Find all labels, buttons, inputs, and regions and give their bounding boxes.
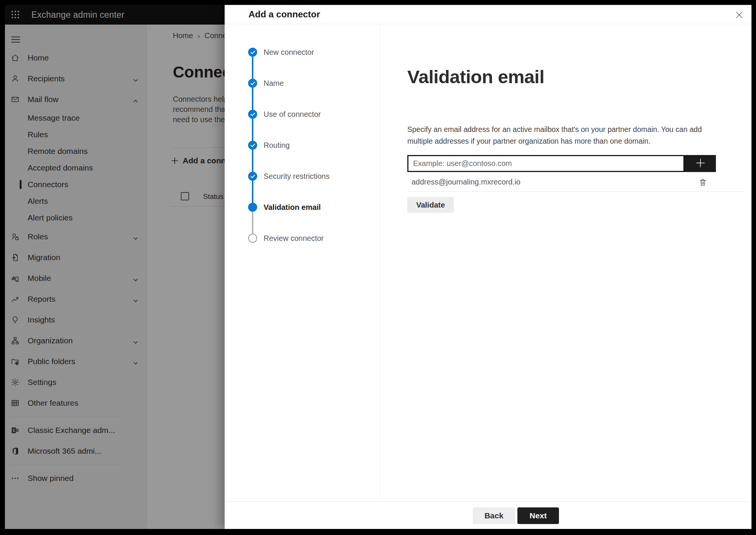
wizard-step-new-connector: New connector xyxy=(225,37,380,68)
wizard-step-review-connector: Review connector xyxy=(225,223,380,254)
step-heading: Validation email xyxy=(407,66,544,87)
email-address-list: address@journaling.mxrecord.io xyxy=(407,173,744,192)
step-completed-check-icon xyxy=(248,48,257,57)
step-connector-line xyxy=(252,212,253,234)
wizard-step-label: Use of connector xyxy=(264,110,321,119)
app-viewport: Exchange admin center HomeRecipientsMail… xyxy=(5,5,751,529)
email-address-value: address@journaling.mxrecord.io xyxy=(411,178,520,186)
wizard-step-validation-email: Validation email xyxy=(225,192,380,223)
validate-button[interactable]: Validate xyxy=(407,197,454,213)
wizard-stepper: New connectorNameUse of connectorRouting… xyxy=(225,24,380,501)
modal-dim-overlay xyxy=(5,5,225,529)
step-connector-line xyxy=(252,150,253,172)
add-email-button[interactable] xyxy=(685,155,716,172)
email-input-row xyxy=(407,155,716,172)
step-connector-line xyxy=(252,57,253,79)
step-current-icon xyxy=(248,203,257,212)
delete-address-trash-icon[interactable] xyxy=(698,178,708,187)
wizard-step-routing: Routing xyxy=(225,130,380,161)
step-connector-line xyxy=(252,88,253,110)
step-completed-check-icon xyxy=(248,79,257,88)
step-completed-check-icon xyxy=(248,110,257,119)
wizard-step-label: New connector xyxy=(264,48,314,57)
wizard-step-label: Review connector xyxy=(264,234,324,243)
wizard-step-use-of-connector: Use of connector xyxy=(225,99,380,130)
panel-title: Add a connector xyxy=(248,5,320,24)
divider xyxy=(225,501,751,502)
validation-email-input[interactable] xyxy=(407,155,685,172)
step-description: Specify an email address for an active m… xyxy=(407,124,702,147)
wizard-step-label: Routing xyxy=(264,141,290,150)
wizard-step-label: Validation email xyxy=(264,203,321,212)
wizard-steps-list: New connectorNameUse of connectorRouting… xyxy=(225,37,380,254)
wizard-step-label: Name xyxy=(264,79,284,88)
email-address-row: address@journaling.mxrecord.io xyxy=(407,173,744,192)
wizard-step-label: Security restrictions xyxy=(264,172,330,181)
wizard-step-security-restrictions: Security restrictions xyxy=(225,161,380,192)
wizard-content: Validation email Specify an email addres… xyxy=(380,24,751,501)
next-button[interactable]: Next xyxy=(517,507,559,524)
step-connector-line xyxy=(252,119,253,141)
wizard-step-name: Name xyxy=(225,68,380,99)
step-completed-check-icon xyxy=(248,172,257,181)
plus-icon xyxy=(695,157,706,170)
exchange-admin-center-app: { "topbar": { "title": "Exchange admin c… xyxy=(0,0,756,535)
close-icon[interactable] xyxy=(732,8,746,22)
step-completed-check-icon xyxy=(248,141,257,150)
add-connector-panel: Add a connector New connectorNameUse of … xyxy=(225,5,751,529)
step-connector-line xyxy=(252,181,253,203)
step-upcoming-icon xyxy=(248,234,257,243)
back-button[interactable]: Back xyxy=(473,507,515,524)
